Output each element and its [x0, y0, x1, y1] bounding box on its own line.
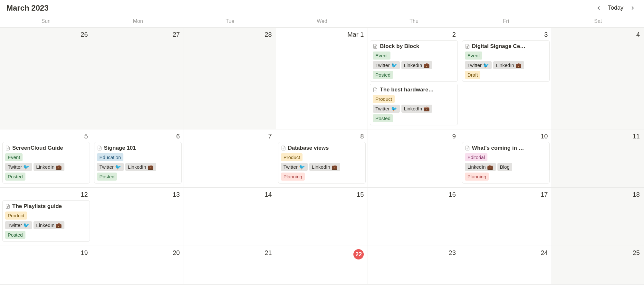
- day-cell[interactable]: 19: [0, 246, 92, 285]
- tag: LinkedIn 💼: [493, 61, 524, 69]
- event-title-row: Block by Block: [373, 43, 455, 50]
- event-title-row: Digital Signage Ce…: [465, 43, 547, 50]
- chevron-right-icon: [630, 5, 636, 11]
- day-number: 25: [554, 248, 642, 259]
- day-cell[interactable]: 5ScreenCloud GuideEventTwitter 🐦LinkedIn…: [0, 129, 92, 188]
- event-card[interactable]: Database viewsProductTwitter 🐦LinkedIn 💼…: [278, 142, 366, 183]
- day-cell[interactable]: 15: [276, 188, 368, 246]
- event-title: Block by Block: [380, 43, 419, 50]
- tag-row: Twitter 🐦LinkedIn 💼: [373, 61, 455, 69]
- day-of-week-label: Thu: [368, 15, 460, 27]
- event-card[interactable]: ScreenCloud GuideEventTwitter 🐦LinkedIn …: [2, 142, 90, 183]
- day-cell[interactable]: 18: [552, 188, 644, 246]
- day-number: 21: [186, 248, 274, 259]
- tag: Planning: [281, 173, 305, 181]
- event-title: Digital Signage Ce…: [472, 43, 525, 50]
- event-card[interactable]: The Playlists guideProductTwitter 🐦Linke…: [2, 200, 90, 242]
- tag-row: LinkedIn 💼Blog: [465, 163, 547, 171]
- day-cell[interactable]: 24: [460, 246, 552, 285]
- day-cell[interactable]: 13: [92, 188, 184, 246]
- day-cell[interactable]: 27: [92, 28, 184, 129]
- event-title-row: ScreenCloud Guide: [5, 145, 87, 151]
- day-cell[interactable]: Mar 1: [276, 28, 368, 129]
- day-cell[interactable]: 3Digital Signage Ce…EventTwitter 🐦Linked…: [460, 28, 552, 129]
- page-icon: [373, 87, 378, 92]
- event-card[interactable]: Digital Signage Ce…EventTwitter 🐦LinkedI…: [462, 40, 550, 82]
- tag-row: Product: [373, 95, 455, 103]
- tag: Product: [373, 95, 395, 103]
- tag: Event: [465, 52, 482, 60]
- day-cell[interactable]: 16: [368, 188, 460, 246]
- tag: LinkedIn 💼: [34, 163, 64, 171]
- tag: Twitter 🐦: [373, 61, 399, 69]
- tag: Editorial: [465, 153, 487, 161]
- event-card[interactable]: What's coming in …EditorialLinkedIn 💼Blo…: [462, 142, 550, 183]
- tag-row: Posted: [373, 71, 455, 79]
- day-cell[interactable]: 14: [184, 188, 276, 246]
- day-number: 19: [2, 248, 90, 259]
- day-number: 17: [462, 190, 550, 200]
- day-cell[interactable]: 10What's coming in …EditorialLinkedIn 💼B…: [460, 129, 552, 188]
- tag: Twitter 🐦: [373, 105, 399, 113]
- today-button[interactable]: Today: [605, 3, 626, 13]
- day-number: 28: [186, 30, 274, 40]
- tag: LinkedIn 💼: [401, 105, 432, 113]
- event-title: Database views: [288, 145, 329, 151]
- day-number: 10: [462, 131, 550, 142]
- day-number: 13: [94, 190, 182, 200]
- tag-row: Editorial: [465, 153, 547, 161]
- tag: Posted: [97, 173, 117, 181]
- event-title: ScreenCloud Guide: [12, 145, 63, 151]
- tag: Draft: [465, 71, 481, 79]
- day-cell[interactable]: 6Signage 101EducationTwitter 🐦LinkedIn 💼…: [92, 129, 184, 188]
- page-icon: [5, 204, 10, 209]
- event-title-row: The Playlists guide: [5, 203, 87, 210]
- day-cell[interactable]: 8Database viewsProductTwitter 🐦LinkedIn …: [276, 129, 368, 188]
- event-title: What's coming in …: [472, 145, 524, 151]
- day-cell[interactable]: 12The Playlists guideProductTwitter 🐦Lin…: [0, 188, 92, 246]
- day-cell[interactable]: 20: [92, 246, 184, 285]
- day-cell[interactable]: 28: [184, 28, 276, 129]
- event-card[interactable]: Block by BlockEventTwitter 🐦LinkedIn 💼Po…: [370, 40, 458, 82]
- tag: LinkedIn 💼: [34, 221, 64, 229]
- tag-row: Twitter 🐦LinkedIn 💼: [373, 105, 455, 113]
- tag: Twitter 🐦: [5, 221, 32, 229]
- day-cell[interactable]: 11: [552, 129, 644, 188]
- tag: Product: [281, 153, 303, 161]
- day-cell[interactable]: 22: [276, 246, 368, 285]
- day-number: 2: [370, 30, 458, 40]
- prev-month-button[interactable]: [594, 4, 603, 12]
- day-cell[interactable]: 17: [460, 188, 552, 246]
- tag-row: Posted: [97, 173, 179, 181]
- tag: LinkedIn 💼: [309, 163, 340, 171]
- day-cell[interactable]: 9: [368, 129, 460, 188]
- day-of-week-label: Wed: [276, 15, 368, 27]
- day-number: 24: [462, 248, 550, 259]
- page-icon: [373, 44, 378, 49]
- day-cell[interactable]: 2Block by BlockEventTwitter 🐦LinkedIn 💼P…: [368, 28, 460, 129]
- tag-row: Posted: [373, 114, 455, 122]
- tag-row: Twitter 🐦LinkedIn 💼: [5, 163, 87, 171]
- page-icon: [465, 146, 470, 151]
- day-cell[interactable]: 7: [184, 129, 276, 188]
- event-title-row: Signage 101: [97, 145, 179, 151]
- tag-row: Education: [97, 153, 179, 161]
- next-month-button[interactable]: [628, 4, 638, 12]
- event-card[interactable]: The best hardware…ProductTwitter 🐦Linked…: [370, 84, 458, 125]
- page-icon: [465, 44, 470, 49]
- day-of-week-label: Sat: [552, 15, 644, 27]
- tag: Product: [5, 212, 27, 220]
- day-cell[interactable]: 26: [0, 28, 92, 129]
- day-of-week-label: Sun: [0, 15, 92, 27]
- day-number: 20: [94, 248, 182, 259]
- day-cell[interactable]: 21: [184, 246, 276, 285]
- day-cell[interactable]: 25: [552, 246, 644, 285]
- day-number: 26: [2, 30, 90, 40]
- day-number: 12: [2, 190, 90, 200]
- event-card[interactable]: Signage 101EducationTwitter 🐦LinkedIn 💼P…: [94, 142, 182, 183]
- day-cell[interactable]: 23: [368, 246, 460, 285]
- event-title: The Playlists guide: [12, 203, 62, 210]
- tag-row: Twitter 🐦LinkedIn 💼: [281, 163, 363, 171]
- day-cell[interactable]: 4: [552, 28, 644, 129]
- event-title-row: The best hardware…: [373, 87, 455, 93]
